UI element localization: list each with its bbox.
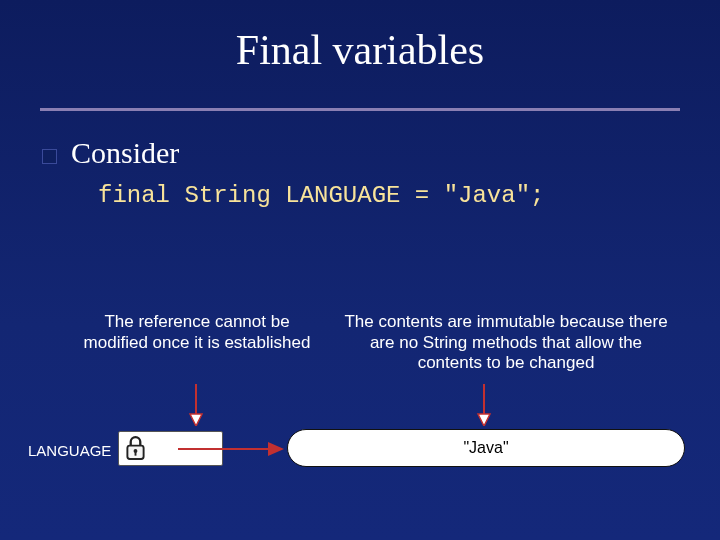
string-value-oval: "Java" (287, 429, 685, 467)
note-contents: The contents are immutable because there… (336, 312, 676, 374)
bullet-text: Consider (71, 136, 179, 170)
code-line: final String LANGUAGE = "Java"; (98, 182, 544, 209)
svg-rect-6 (135, 451, 137, 455)
arrow-right-icon (178, 438, 284, 460)
slide: Final variables Consider final String LA… (0, 0, 720, 540)
svg-marker-1 (190, 414, 202, 426)
string-value: "Java" (463, 439, 508, 457)
svg-marker-3 (478, 414, 490, 426)
slide-title: Final variables (0, 26, 720, 74)
title-underline (40, 108, 680, 111)
arrow-down-icon (186, 382, 206, 426)
svg-marker-8 (268, 442, 284, 456)
lock-icon (125, 435, 146, 462)
variable-label: LANGUAGE (28, 442, 111, 459)
bullet-icon (42, 149, 57, 164)
bullet-row: Consider (42, 136, 179, 170)
arrow-down-icon (474, 382, 494, 426)
note-reference: The reference cannot be modified once it… (82, 312, 312, 353)
